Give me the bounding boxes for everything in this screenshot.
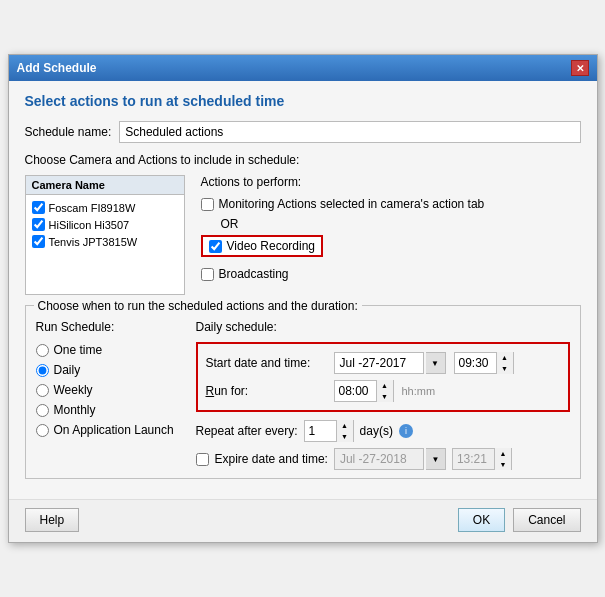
radio-weekly: Weekly: [36, 380, 176, 400]
start-date-display[interactable]: Jul -27-2017: [334, 352, 424, 374]
start-time-arrows: ▲ ▼: [496, 352, 513, 374]
repeat-value: 1: [305, 424, 336, 438]
camera-list: Foscam FI8918W HiSilicon Hi3507 Tenvis J…: [26, 195, 184, 254]
schedule-name-label: Schedule name:: [25, 125, 112, 139]
expire-row: Expire date and time: Jul -27-2018 ▼ 13:…: [196, 448, 570, 470]
run-for-label: Run for:: [206, 384, 326, 398]
radio-weekly-label: Weekly: [54, 383, 93, 397]
start-time-value: 09:30: [455, 356, 496, 370]
video-recording-box: Video Recording: [201, 235, 324, 257]
run-for-hint: hh:mm: [402, 385, 436, 397]
or-text: OR: [221, 217, 581, 231]
ok-cancel-group: OK Cancel: [458, 508, 581, 532]
expire-date-dropdown[interactable]: ▼: [426, 448, 446, 470]
run-schedule-title: Run Schedule:: [36, 320, 176, 334]
radio-app-launch-input[interactable]: [36, 424, 49, 437]
start-date-dropdown[interactable]: ▼: [426, 352, 446, 374]
start-label: Start date and time:: [206, 356, 326, 370]
radio-app-launch: On Application Launch: [36, 420, 176, 440]
camera-checkbox-1[interactable]: [32, 218, 45, 231]
radio-weekly-input[interactable]: [36, 384, 49, 397]
cancel-button[interactable]: Cancel: [513, 508, 580, 532]
start-time-down[interactable]: ▼: [497, 363, 513, 374]
schedule-layout: Run Schedule: One time Daily Weekly: [36, 320, 570, 470]
radio-daily-label: Daily: [54, 363, 81, 377]
run-for-spinner: 08:00 ▲ ▼: [334, 380, 394, 402]
camera-panel-header: Camera Name: [26, 176, 184, 195]
expire-label: Expire date and time:: [215, 452, 328, 466]
start-date-group: Jul -27-2017 ▼: [334, 352, 446, 374]
actions-panel: Actions to perform: Monitoring Actions s…: [201, 175, 581, 295]
run-for-up[interactable]: ▲: [377, 380, 393, 391]
run-schedule-section: Choose when to run the scheduled actions…: [25, 305, 581, 479]
add-schedule-dialog: Add Schedule ✕ Select actions to run at …: [8, 54, 598, 543]
run-section-legend: Choose when to run the scheduled actions…: [34, 299, 362, 313]
radio-daily: Daily: [36, 360, 176, 380]
schedule-name-row: Schedule name:: [25, 121, 581, 143]
monitoring-label: Monitoring Actions selected in camera's …: [219, 197, 485, 211]
list-item: Tenvis JPT3815W: [32, 233, 178, 250]
expire-time-spinner: 13:21 ▲ ▼: [452, 448, 512, 470]
radio-one-time-input[interactable]: [36, 344, 49, 357]
dialog-title: Add Schedule: [17, 61, 97, 75]
bottom-buttons: Help OK Cancel: [9, 499, 597, 542]
list-item: Foscam FI8918W: [32, 199, 178, 216]
video-recording-wrapper: Video Recording: [201, 235, 581, 261]
camera-name-1: HiSilicon Hi3507: [49, 219, 130, 231]
daily-schedule-title: Daily schedule:: [196, 320, 570, 334]
monitoring-checkbox[interactable]: [201, 198, 214, 211]
radio-one-time: One time: [36, 340, 176, 360]
start-time-up[interactable]: ▲: [497, 352, 513, 363]
actions-label: Actions to perform:: [201, 175, 581, 189]
expire-date-group: Jul -27-2018 ▼: [334, 448, 446, 470]
radio-monthly-input[interactable]: [36, 404, 49, 417]
repeat-up[interactable]: ▲: [337, 420, 353, 431]
run-for-down[interactable]: ▼: [377, 391, 393, 402]
title-bar: Add Schedule ✕: [9, 55, 597, 81]
broadcasting-action-item: Broadcasting: [201, 265, 581, 283]
radio-app-launch-label: On Application Launch: [54, 423, 174, 437]
broadcasting-checkbox[interactable]: [201, 268, 214, 281]
camera-checkbox-2[interactable]: [32, 235, 45, 248]
expire-time-down[interactable]: ▼: [495, 459, 511, 470]
expire-date-text: Jul -27-2018: [340, 452, 407, 466]
broadcasting-label: Broadcasting: [219, 267, 289, 281]
repeat-row: Repeat after every: 1 ▲ ▼ day(s) i: [196, 420, 570, 442]
expire-date-display[interactable]: Jul -27-2018: [334, 448, 424, 470]
repeat-unit: day(s): [360, 424, 393, 438]
video-recording-checkbox[interactable]: [209, 240, 222, 253]
start-date-text: Jul -27-2017: [340, 356, 407, 370]
schedule-name-input[interactable]: [119, 121, 580, 143]
run-section-inner: Run Schedule: One time Daily Weekly: [36, 320, 570, 470]
start-date-row: Start date and time: Jul -27-2017 ▼ 09:3…: [206, 352, 560, 374]
daily-schedule-panel: Daily schedule: Start date and time: Jul…: [196, 320, 570, 470]
repeat-down[interactable]: ▼: [337, 431, 353, 442]
dialog-content: Select actions to run at scheduled time …: [9, 81, 597, 499]
close-button[interactable]: ✕: [571, 60, 589, 76]
monitoring-action-item: Monitoring Actions selected in camera's …: [201, 195, 581, 213]
camera-checkbox-0[interactable]: [32, 201, 45, 214]
ok-button[interactable]: OK: [458, 508, 505, 532]
expire-time-arrows: ▲ ▼: [494, 448, 511, 470]
radio-one-time-label: One time: [54, 343, 103, 357]
radio-monthly: Monthly: [36, 400, 176, 420]
repeat-label: Repeat after every:: [196, 424, 298, 438]
help-button[interactable]: Help: [25, 508, 80, 532]
cameras-actions-container: Camera Name Foscam FI8918W HiSilicon Hi3…: [25, 175, 581, 295]
start-time-spinner: 09:30 ▲ ▼: [454, 352, 514, 374]
radio-daily-input[interactable]: [36, 364, 49, 377]
expire-checkbox[interactable]: [196, 453, 209, 466]
video-recording-label: Video Recording: [227, 239, 316, 253]
expire-time-up[interactable]: ▲: [495, 448, 511, 459]
run-for-row: Run for: 08:00 ▲ ▼ hh:mm: [206, 380, 560, 402]
run-schedule-panel: Run Schedule: One time Daily Weekly: [36, 320, 176, 470]
info-icon[interactable]: i: [399, 424, 413, 438]
cameras-section-label: Choose Camera and Actions to include in …: [25, 153, 581, 167]
camera-name-0: Foscam FI8918W: [49, 202, 136, 214]
run-for-value: 08:00: [335, 384, 376, 398]
camera-name-2: Tenvis JPT3815W: [49, 236, 138, 248]
repeat-spinner: 1 ▲ ▼: [304, 420, 354, 442]
run-for-arrows: ▲ ▼: [376, 380, 393, 402]
daily-fields-box: Start date and time: Jul -27-2017 ▼ 09:3…: [196, 342, 570, 412]
repeat-arrows: ▲ ▼: [336, 420, 353, 442]
